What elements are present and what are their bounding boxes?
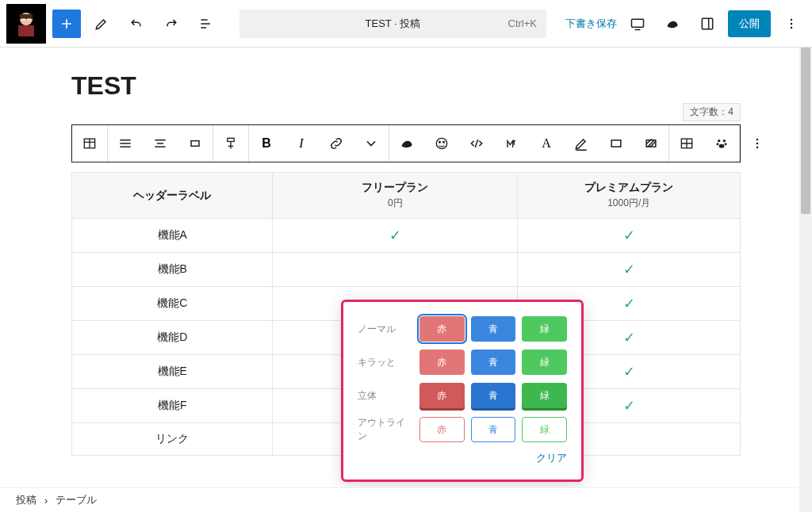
breadcrumb-post[interactable]: 投稿 bbox=[16, 493, 36, 503]
header-label[interactable]: ヘッダーラベル bbox=[72, 173, 273, 219]
style-shiny-red[interactable]: 赤 bbox=[419, 350, 465, 375]
save-draft-button[interactable]: 下書き保存 bbox=[565, 17, 617, 31]
style-normal-red[interactable]: 赤 bbox=[419, 316, 465, 342]
document-title-bar[interactable]: TEST · 投稿 Ctrl+K bbox=[239, 10, 546, 38]
user-avatar[interactable] bbox=[6, 4, 46, 44]
svg-point-15 bbox=[439, 142, 441, 143]
align-wide-icon[interactable] bbox=[178, 125, 213, 162]
paw-icon[interactable] bbox=[704, 125, 739, 162]
button-style-popover: ノーマル 赤 青 緑 キラッと 赤 青 緑 立体 赤 青 緑 アウトライン 赤 … bbox=[341, 300, 584, 482]
style-3d-red[interactable]: 赤 bbox=[419, 383, 465, 408]
style-row-label: ノーマル bbox=[358, 323, 413, 336]
table-row: 機能A✓✓ bbox=[72, 219, 741, 253]
style-row-label: 立体 bbox=[358, 389, 413, 403]
italic-button[interactable]: I bbox=[284, 125, 319, 162]
document-outline-button[interactable] bbox=[192, 10, 220, 38]
svg-point-8 bbox=[791, 18, 793, 21]
svg-point-21 bbox=[723, 139, 726, 142]
breadcrumb: 投稿 › テーブル bbox=[0, 487, 799, 503]
scrollbar[interactable] bbox=[799, 48, 812, 503]
check-icon: ✓ bbox=[623, 330, 635, 346]
style-row-label: アウトライン bbox=[358, 416, 413, 443]
check-icon: ✓ bbox=[389, 227, 401, 243]
block-toolbar: B I A bbox=[71, 124, 741, 162]
post-title[interactable]: TEST bbox=[71, 71, 741, 101]
check-icon: ✓ bbox=[623, 262, 635, 277]
style-3d-blue[interactable]: 青 bbox=[471, 383, 516, 408]
svg-point-9 bbox=[791, 22, 793, 25]
svg-point-22 bbox=[717, 143, 719, 145]
style-shiny-green[interactable]: 緑 bbox=[522, 350, 567, 375]
style-normal-blue[interactable]: 青 bbox=[471, 316, 516, 342]
svg-rect-7 bbox=[702, 18, 712, 29]
more-formatting-button[interactable] bbox=[354, 125, 389, 162]
align-center-icon[interactable] bbox=[143, 125, 178, 162]
publish-button[interactable]: 公開 bbox=[728, 10, 771, 37]
check-icon: ✓ bbox=[623, 398, 635, 414]
stripe-button[interactable] bbox=[634, 125, 668, 162]
column-settings-icon[interactable] bbox=[213, 125, 248, 162]
block-more-button[interactable] bbox=[740, 125, 775, 162]
document-title: TEST · 投稿 bbox=[366, 17, 421, 31]
emoji-button[interactable] bbox=[424, 125, 459, 162]
character-count-badge: 文字数：4 bbox=[683, 103, 741, 121]
svg-point-25 bbox=[756, 139, 759, 141]
table-edit-button[interactable] bbox=[669, 125, 704, 162]
svg-rect-5 bbox=[27, 18, 31, 21]
svg-point-26 bbox=[756, 143, 759, 145]
clear-style-link[interactable]: クリア bbox=[358, 451, 567, 465]
scrollbar-thumb[interactable] bbox=[801, 48, 810, 214]
style-outline-green[interactable]: 緑 bbox=[522, 417, 567, 442]
svg-rect-12 bbox=[191, 141, 199, 147]
svg-point-20 bbox=[718, 139, 720, 142]
highlight-button[interactable] bbox=[564, 125, 599, 162]
style-row-label: キラッと bbox=[358, 356, 413, 369]
more-options-button[interactable] bbox=[777, 10, 806, 38]
style-shiny-blue[interactable]: 青 bbox=[471, 350, 516, 375]
link-button[interactable] bbox=[319, 125, 354, 162]
undo-button[interactable] bbox=[122, 10, 151, 38]
edit-mode-button[interactable] bbox=[87, 10, 116, 38]
breadcrumb-table[interactable]: テーブル bbox=[56, 493, 97, 503]
code-button[interactable] bbox=[459, 125, 494, 162]
breadcrumb-sep: › bbox=[44, 495, 48, 504]
style-outline-red[interactable]: 赤 bbox=[419, 417, 465, 442]
check-icon: ✓ bbox=[623, 227, 635, 243]
jetpack-icon[interactable] bbox=[658, 10, 687, 38]
svg-rect-2 bbox=[18, 25, 34, 36]
svg-rect-17 bbox=[611, 140, 621, 147]
shortcut-hint: Ctrl+K bbox=[508, 17, 537, 29]
add-block-button[interactable] bbox=[52, 10, 81, 38]
check-icon: ✓ bbox=[623, 364, 635, 380]
border-button[interactable] bbox=[599, 125, 634, 162]
header-premium[interactable]: プレミアムプラン1000円/月 bbox=[518, 173, 741, 219]
svg-point-24 bbox=[719, 144, 725, 148]
svg-point-16 bbox=[443, 142, 445, 143]
font-size-button[interactable] bbox=[494, 125, 529, 162]
svg-point-27 bbox=[756, 147, 759, 149]
svg-rect-4 bbox=[21, 18, 25, 21]
redo-button[interactable] bbox=[157, 10, 186, 38]
text-color-button[interactable]: A bbox=[529, 125, 564, 162]
svg-point-10 bbox=[791, 26, 793, 29]
svg-rect-13 bbox=[228, 138, 234, 141]
sidebar-toggle-button[interactable] bbox=[693, 10, 722, 38]
style-normal-green[interactable]: 緑 bbox=[522, 316, 567, 342]
style-outline-blue[interactable]: 青 bbox=[471, 417, 516, 442]
block-type-table-icon[interactable] bbox=[72, 125, 107, 162]
bold-button[interactable]: B bbox=[249, 125, 284, 162]
style-3d-green[interactable]: 緑 bbox=[522, 383, 567, 408]
svg-point-23 bbox=[725, 143, 727, 145]
header-free[interactable]: フリープラン0円 bbox=[273, 173, 518, 219]
table-row: 機能B✓ bbox=[72, 253, 741, 287]
theme-icon[interactable] bbox=[389, 125, 424, 162]
align-full-icon[interactable] bbox=[108, 125, 143, 162]
check-icon: ✓ bbox=[623, 296, 635, 311]
svg-rect-6 bbox=[632, 19, 644, 27]
preview-desktop-button[interactable] bbox=[623, 10, 652, 38]
